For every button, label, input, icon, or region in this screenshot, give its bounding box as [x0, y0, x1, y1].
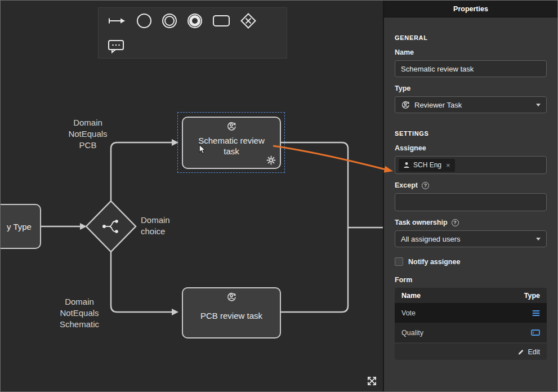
annotation-tool[interactable] — [108, 39, 124, 54]
edge-gateway-to-pcb[interactable] — [111, 251, 172, 312]
task-node-label: Schematic review task — [183, 135, 280, 157]
form-table-header: Name Type — [395, 288, 547, 303]
assignee-chip-label: SCH Eng — [413, 161, 441, 169]
form-header-name: Name — [401, 292, 421, 300]
edge-label-top: Domain NotEquals PCB — [52, 117, 123, 151]
except-label: Except ? — [395, 181, 547, 189]
assignee-label: Assignee — [395, 144, 547, 152]
type-value: Reviewer Task — [414, 101, 532, 109]
reviewer-task-icon — [226, 121, 236, 131]
pencil-icon — [517, 348, 524, 355]
panel-title: Properties — [384, 1, 557, 17]
fullscreen-toggle-button[interactable] — [367, 376, 377, 386]
notify-row: Notify assignee — [395, 257, 547, 266]
notify-checkbox[interactable] — [395, 257, 403, 266]
arrowhead — [172, 309, 178, 315]
reviewer-task-icon — [226, 292, 236, 302]
help-icon[interactable]: ? — [452, 219, 459, 226]
form-row-name: Quality — [401, 329, 423, 337]
section-settings: SETTINGS — [395, 130, 547, 137]
schematic-review-task-node[interactable]: Schematic review task — [182, 117, 281, 169]
remove-assignee-button[interactable]: × — [446, 161, 450, 170]
assignee-field[interactable]: SCH Eng × — [395, 156, 547, 174]
sequence-flow-tool[interactable] — [108, 13, 127, 29]
form-table: Name Type Vote Quality — [395, 288, 547, 360]
start-event-tool[interactable] — [136, 13, 152, 29]
form-row-quality[interactable]: Quality — [395, 323, 547, 342]
arrowhead — [172, 139, 178, 146]
form-row-vote[interactable]: Vote — [395, 303, 547, 323]
task-tool[interactable] — [212, 14, 230, 28]
section-general: GENERAL — [395, 34, 547, 41]
gateway-tool[interactable] — [240, 12, 257, 29]
gateway-label: Domain choice — [141, 215, 191, 237]
notify-label: Notify assignee — [408, 258, 460, 266]
assignee-chip: SCH Eng × — [399, 159, 455, 172]
chevron-down-icon — [536, 238, 541, 240]
entry-node[interactable]: y Type — [0, 204, 41, 249]
name-input[interactable] — [395, 60, 547, 77]
help-icon[interactable]: ? — [422, 182, 429, 189]
type-select[interactable]: Reviewer Task — [395, 96, 547, 113]
edge-gateway-to-schematic[interactable] — [111, 142, 172, 202]
person-icon — [403, 162, 410, 168]
except-input[interactable] — [395, 193, 547, 211]
form-table-footer: Edit — [395, 344, 547, 360]
input-type-icon — [531, 329, 540, 336]
edge-label-bottom: Domain NotEquals Schematic — [41, 296, 118, 330]
intermediate-event-tool[interactable] — [162, 13, 177, 29]
edit-form-button[interactable]: Edit — [517, 348, 540, 356]
form-header-type: Type — [524, 292, 540, 300]
workflow-editor: y Type Domain choice Domain NotEquals PC… — [0, 0, 558, 392]
type-label: Type — [395, 84, 547, 92]
gateway-node[interactable] — [86, 201, 136, 252]
ownership-select[interactable]: All assigned users — [395, 230, 547, 247]
settings-gear-icon[interactable] — [266, 155, 276, 165]
task-node-label: PCB review task — [193, 310, 270, 321]
edge-merge[interactable] — [281, 142, 348, 312]
form-label: Form — [395, 276, 547, 284]
end-event-tool[interactable] — [187, 13, 203, 29]
reviewer-task-icon — [401, 100, 410, 109]
name-label: Name — [395, 48, 547, 56]
entry-node-label: y Type — [0, 221, 39, 232]
form-row-name: Vote — [401, 309, 416, 317]
pcb-review-task-node[interactable]: PCB review task — [182, 287, 281, 338]
ownership-label: Task ownership ? — [395, 219, 547, 226]
shape-palette — [98, 7, 287, 59]
ownership-value: All assigned users — [401, 235, 532, 243]
list-type-icon — [532, 310, 540, 317]
chevron-down-icon — [536, 104, 541, 106]
properties-panel: Properties GENERAL Name Type — [383, 1, 557, 391]
